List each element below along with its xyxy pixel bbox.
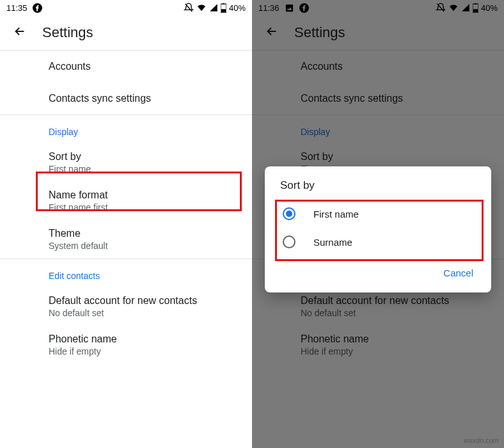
theme-setting[interactable]: Theme System default [0, 220, 252, 259]
svg-rect-3 [221, 9, 226, 12]
cancel-button[interactable]: Cancel [437, 262, 480, 284]
signal-icon [209, 3, 218, 12]
wifi-icon [196, 3, 207, 13]
dialog-title: Sort by [265, 166, 491, 200]
phonetic-subtitle: Hide if empty [49, 346, 239, 356]
status-time: 11:35 [6, 3, 28, 13]
back-button[interactable] [13, 24, 27, 41]
contacts-sync-item[interactable]: Contacts sync settings [0, 83, 252, 115]
battery-icon [221, 3, 226, 13]
sort-by-title: Sort by [49, 151, 239, 163]
phone-left: 11:35 40% [0, 0, 252, 448]
status-bar: 11:35 40% [0, 0, 252, 15]
phonetic-title: Phonetic name [49, 333, 239, 345]
highlight-annotation [36, 172, 242, 211]
page-title: Settings [42, 24, 93, 41]
theme-title: Theme [49, 228, 239, 239]
app-bar: Settings [0, 15, 252, 50]
highlight-annotation [275, 200, 484, 261]
watermark: wsxdn.com [464, 436, 499, 444]
default-account-setting[interactable]: Default account for new contacts No defa… [0, 287, 252, 326]
facebook-icon [33, 3, 42, 13]
dnd-icon [184, 3, 194, 13]
theme-subtitle: System default [49, 241, 239, 251]
phonetic-setting[interactable]: Phonetic name Hide if empty [0, 326, 252, 364]
section-edit: Edit contacts [0, 259, 252, 287]
accounts-item[interactable]: Accounts [0, 51, 252, 83]
svg-rect-2 [223, 3, 225, 4]
battery-percent: 40% [229, 3, 246, 13]
sort-by-dialog: Sort by First name Surname Cancel [265, 166, 491, 292]
default-account-title: Default account for new contacts [49, 295, 239, 307]
section-display: Display [0, 115, 252, 143]
phone-right: 11:36 [252, 0, 504, 448]
default-account-subtitle: No default set [49, 308, 239, 318]
